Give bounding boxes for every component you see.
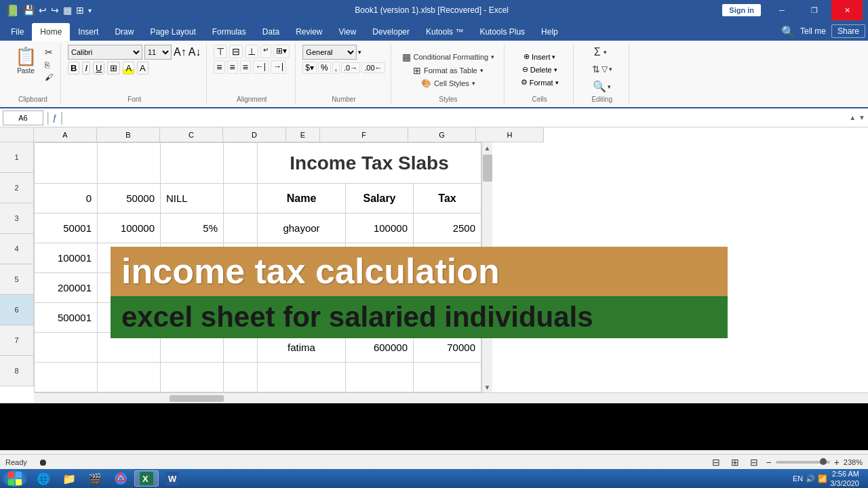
cell-a3[interactable]: 50001 [35, 214, 98, 243]
increase-indent-button[interactable]: →| [271, 60, 286, 74]
increase-decimal-button[interactable]: .0→ [341, 62, 360, 73]
copy-button[interactable]: ⎘ [43, 60, 55, 70]
form-icon[interactable]: ▦ [63, 5, 72, 16]
horizontal-scrollbar[interactable] [34, 392, 868, 403]
percent-button[interactable]: % [318, 62, 331, 74]
cell-c2[interactable]: NILL [161, 184, 224, 214]
scroll-down-button[interactable]: ▼ [482, 382, 493, 392]
col-header-g[interactable]: G [408, 127, 476, 142]
delete-cells-button[interactable]: ⊖ Delete ▾ [518, 64, 561, 75]
decrease-indent-button[interactable]: ←| [253, 60, 269, 74]
h-scroll-thumb[interactable] [170, 395, 224, 402]
scroll-down-icon[interactable]: ▼ [859, 114, 865, 121]
cell-a5[interactable]: 200001 [35, 273, 98, 303]
search-icon[interactable]: 🔍 [781, 25, 795, 38]
tab-file[interactable]: File [3, 23, 32, 41]
cell-b2[interactable]: 50000 [98, 184, 161, 214]
align-bottom-button[interactable]: ⊥ [245, 45, 258, 58]
cell-b8[interactable] [98, 363, 161, 392]
zoom-slider[interactable] [776, 461, 830, 464]
page-layout-view-button[interactable]: ⊞ [728, 455, 743, 470]
page-break-view-button[interactable]: ⊟ [747, 455, 762, 470]
cell-name3[interactable]: ghayoor [258, 214, 346, 243]
row-num-1[interactable]: 1 [0, 142, 34, 173]
fill-color-button[interactable]: A [123, 62, 134, 75]
formula-input[interactable] [66, 110, 847, 125]
format-table-dropdown-icon[interactable]: ▾ [480, 67, 484, 74]
taskbar-chrome-button[interactable] [108, 470, 133, 487]
delete-dropdown-icon[interactable]: ▾ [554, 66, 557, 73]
signin-button[interactable]: Sign in [722, 4, 761, 16]
cell-a6[interactable]: 500001 [35, 303, 98, 333]
cell-a2[interactable]: 0 [35, 184, 98, 214]
zoom-plus-button[interactable]: + [834, 457, 840, 468]
minimize-button[interactable]: ─ [766, 0, 797, 20]
share-button[interactable]: Share [831, 24, 865, 38]
normal-view-button[interactable]: ⊟ [709, 455, 724, 470]
insert-cells-button[interactable]: ⊕ Insert ▾ [519, 51, 560, 62]
currency-button[interactable]: $▾ [302, 62, 317, 74]
cell-a8[interactable] [35, 363, 98, 392]
taskbar-excel-button[interactable]: X [134, 470, 159, 487]
tell-me-label[interactable]: Tell me [800, 26, 826, 36]
align-left-button[interactable]: ≡ [214, 60, 224, 74]
network-icon[interactable]: 📶 [818, 474, 827, 483]
cell-salary3[interactable]: 100000 [346, 214, 414, 243]
font-size-select[interactable]: 11 [144, 45, 172, 60]
cell-salary-header[interactable]: Salary [346, 184, 414, 214]
restore-button[interactable]: ❐ [799, 0, 830, 20]
tab-review[interactable]: Review [288, 23, 330, 41]
tab-view[interactable]: View [331, 23, 365, 41]
tab-page-layout[interactable]: Page Layout [142, 23, 203, 41]
font-color-button[interactable]: A [137, 62, 149, 75]
cell-a4[interactable]: 100001 [35, 243, 98, 273]
underline-button[interactable]: U [93, 62, 104, 75]
cell-g8[interactable] [414, 363, 481, 392]
col-header-f[interactable]: F [320, 127, 408, 142]
cell-tax-header[interactable]: Tax [414, 184, 481, 214]
cell-b3[interactable]: 100000 [98, 214, 161, 243]
align-top-button[interactable]: ⊤ [214, 45, 227, 58]
align-right-button[interactable]: ≡ [240, 60, 251, 74]
scroll-up-button[interactable]: ▲ [482, 142, 493, 153]
format-painter-button[interactable]: 🖌 [43, 72, 55, 83]
cell-tax3[interactable]: 2500 [414, 214, 481, 243]
taskbar-explorer-button[interactable]: 📁 [57, 470, 81, 487]
number-format-select[interactable]: General [302, 45, 357, 60]
wrap-text-button[interactable]: ↵ [260, 45, 271, 58]
tab-help[interactable]: Help [533, 23, 566, 41]
decrease-decimal-button[interactable]: .00← [361, 62, 384, 73]
col-header-a[interactable]: A [34, 127, 97, 142]
sort-filter-button[interactable]: ⇅ ▽ ▾ [589, 62, 615, 76]
italic-button[interactable]: I [82, 62, 90, 75]
taskbar-ie-button[interactable]: 🌐 [31, 470, 56, 487]
align-center-button[interactable]: ≡ [227, 60, 238, 74]
cell-reference-box[interactable]: A6 [3, 110, 43, 125]
col-header-b[interactable]: B [97, 127, 160, 142]
col-header-h[interactable]: H [476, 127, 544, 142]
cell-d2[interactable] [224, 184, 258, 214]
function-icon[interactable]: ƒ [52, 113, 57, 123]
cut-button[interactable]: ✂ [43, 46, 55, 58]
cell-styles-dropdown-icon[interactable]: ▾ [472, 80, 475, 87]
sum-dropdown-icon[interactable]: ▾ [604, 49, 607, 56]
thousands-button[interactable]: , [332, 62, 340, 74]
cell-a1[interactable] [35, 143, 98, 184]
conditional-formatting-dropdown-icon[interactable]: ▾ [491, 54, 494, 60]
format-cells-button[interactable]: ⚙ Format ▾ [517, 77, 563, 88]
zoom-level[interactable]: 238% [844, 458, 863, 466]
font-name-select[interactable]: Calibri [68, 45, 142, 60]
merge-button[interactable]: ⊞▾ [273, 45, 290, 58]
decrease-font-icon[interactable]: A↓ [189, 46, 201, 58]
col-header-c[interactable]: C [160, 127, 223, 142]
cell-c1[interactable] [161, 143, 224, 184]
volume-icon[interactable]: 🔊 [806, 474, 815, 483]
col-header-e[interactable]: E [286, 127, 320, 142]
cell-c8[interactable] [161, 363, 224, 392]
row-num-3[interactable]: 3 [0, 203, 34, 234]
format-dropdown-icon[interactable]: ▾ [555, 79, 559, 86]
tab-home[interactable]: Home [32, 23, 70, 41]
align-middle-button[interactable]: ⊟ [229, 45, 243, 58]
find-dropdown-icon[interactable]: ▾ [608, 83, 611, 90]
paste-button[interactable]: 📋 Paste [11, 45, 41, 76]
